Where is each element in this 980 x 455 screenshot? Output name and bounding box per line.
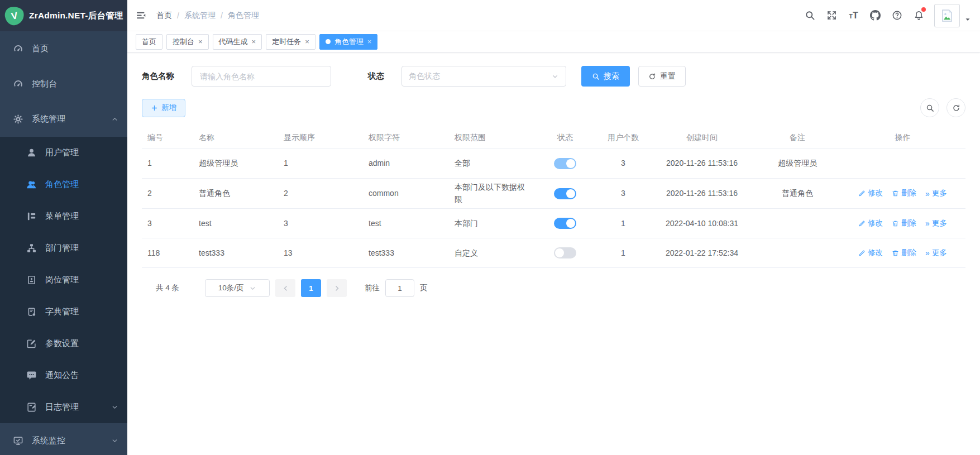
cell-created-at: 2022-01-22 17:52:34 — [649, 247, 755, 260]
edit-link[interactable]: 修改 — [858, 218, 883, 229]
edit-link[interactable]: 修改 — [858, 188, 883, 199]
refresh-table-button[interactable] — [946, 98, 965, 117]
sidebar-item[interactable]: 部门管理 — [0, 232, 127, 264]
table-row: 3test3test本部门12022-04-10 10:08:31修改删除»更多 — [142, 209, 965, 238]
sidebar-item-label: 控制台 — [32, 79, 57, 89]
sidebar-item[interactable]: 系统监控 — [0, 423, 127, 455]
column-header: 创建时间 — [649, 132, 755, 144]
more-link[interactable]: »更多 — [925, 188, 947, 199]
fullscreen-button[interactable] — [821, 0, 843, 31]
goto-page-input[interactable] — [385, 279, 414, 297]
sidebar-item-label: 用户管理 — [45, 147, 79, 158]
close-icon[interactable]: × — [252, 38, 256, 45]
avatar[interactable] — [934, 4, 960, 27]
cell-order: 3 — [278, 218, 363, 230]
toggle-knob — [566, 219, 575, 228]
status-label: 状态 — [368, 71, 384, 82]
users-icon — [26, 179, 37, 190]
chevron-up-icon — [111, 116, 118, 123]
sidebar-item[interactable]: 角色管理 — [0, 169, 127, 200]
status-toggle[interactable] — [554, 247, 576, 258]
tab[interactable]: 代码生成× — [213, 34, 262, 50]
column-header: 显示顺序 — [278, 132, 363, 144]
bell-button[interactable] — [908, 0, 930, 31]
sidebar-item[interactable]: 日志管理 — [0, 391, 127, 423]
sidebar-item[interactable]: 字典管理 — [0, 296, 127, 328]
pencil-icon — [858, 250, 866, 257]
cell-user-count: 1 — [597, 247, 649, 260]
close-icon[interactable]: × — [367, 38, 372, 45]
table-row: 2普通角色2common本部门及以下数据权限32020-11-26 11:53:… — [142, 179, 965, 209]
status-toggle[interactable] — [554, 188, 576, 199]
tab[interactable]: 首页 — [136, 34, 162, 50]
search-button[interactable]: 搜索 — [581, 66, 630, 87]
status-select[interactable]: 角色状态 — [401, 66, 566, 87]
caret-down-icon[interactable] — [964, 16, 971, 23]
sidebar-item-label: 系统管理 — [32, 114, 65, 124]
search-icon — [592, 73, 600, 80]
sidebar-item[interactable]: 岗位管理 — [0, 264, 127, 296]
cell-order: 1 — [278, 157, 363, 170]
sidebar-item-label: 系统监控 — [32, 435, 65, 446]
sidebar-item[interactable]: 首页 — [0, 31, 127, 66]
search-button[interactable] — [799, 0, 821, 31]
sidebar-collapse-button[interactable] — [127, 0, 155, 31]
more-link[interactable]: »更多 — [925, 247, 947, 259]
font-size-icon: TT — [849, 11, 858, 20]
github-button[interactable] — [864, 0, 886, 31]
badge-icon — [26, 275, 37, 285]
page-number-button[interactable]: 1 — [301, 279, 321, 297]
sidebar-item[interactable]: 菜单管理 — [0, 200, 127, 232]
close-icon[interactable]: × — [305, 38, 309, 45]
sidebar-item[interactable]: 用户管理 — [0, 137, 127, 169]
chevron-down-icon — [111, 404, 118, 411]
delete-link[interactable]: 删除 — [892, 218, 916, 229]
table-toolbar: 新增 — [142, 98, 965, 117]
tab[interactable]: 控制台× — [166, 34, 209, 50]
sidebar-menu: 首页控制台系统管理用户管理角色管理菜单管理部门管理岗位管理字典管理参数设置通知公… — [0, 31, 127, 455]
column-header: 状态 — [533, 132, 597, 144]
help-button[interactable] — [886, 0, 908, 31]
column-header: 操作 — [840, 132, 965, 144]
sidebar-item[interactable]: 控制台 — [0, 66, 127, 102]
cell-status — [533, 158, 597, 169]
tab-label: 代码生成 — [219, 37, 248, 47]
prev-page-button[interactable] — [275, 279, 295, 297]
app-root: V ZrAdmin.NET-后台管理 首页控制台系统管理用户管理角色管理菜单管理… — [0, 0, 980, 455]
add-role-button[interactable]: 新增 — [142, 99, 185, 117]
sidebar-item-label: 部门管理 — [45, 243, 79, 253]
table-row: 1超级管理员1admin全部32020-11-26 11:53:16超级管理员 — [142, 149, 965, 179]
double-chevron-icon: » — [925, 249, 930, 257]
cell-perm_char: test333 — [363, 247, 449, 260]
search-toggle-button[interactable] — [920, 98, 939, 117]
sidebar-item[interactable]: 系统管理 — [0, 102, 127, 137]
role-name-input[interactable] — [192, 66, 331, 87]
tab[interactable]: 角色管理× — [319, 34, 378, 50]
main-area: 首页/系统管理/角色管理 TT 首页控制台×代码生成×定时任务×角色管理× 角色… — [127, 0, 980, 455]
close-icon[interactable]: × — [198, 38, 203, 45]
tab[interactable]: 定时任务× — [266, 34, 315, 50]
sidebar-item[interactable]: 通知公告 — [0, 360, 127, 391]
tab-label: 定时任务 — [272, 37, 301, 47]
app-logo[interactable]: V ZrAdmin.NET-后台管理 — [0, 0, 127, 31]
log-icon — [26, 402, 37, 413]
refresh-icon — [648, 73, 656, 80]
active-dot-icon — [326, 39, 331, 44]
reset-button[interactable]: 重置 — [638, 66, 686, 87]
breadcrumb-item: 系统管理 — [184, 11, 216, 21]
chevron-down-icon — [111, 437, 118, 444]
font-size-button[interactable]: TT — [843, 0, 864, 31]
page-size-select[interactable]: 10条/页 — [205, 279, 270, 297]
delete-link[interactable]: 删除 — [892, 188, 916, 199]
edit-link[interactable]: 修改 — [858, 247, 883, 259]
status-toggle[interactable] — [554, 218, 576, 229]
more-link[interactable]: »更多 — [925, 218, 947, 229]
delete-link[interactable]: 删除 — [892, 247, 916, 259]
goto-label: 前往 — [365, 283, 380, 293]
column-header: 权限字符 — [363, 132, 449, 144]
chevron-left-icon — [282, 285, 289, 292]
status-toggle[interactable] — [554, 158, 576, 169]
next-page-button[interactable] — [327, 279, 347, 297]
breadcrumb-item[interactable]: 首页 — [156, 11, 172, 21]
sidebar-item[interactable]: 参数设置 — [0, 328, 127, 360]
